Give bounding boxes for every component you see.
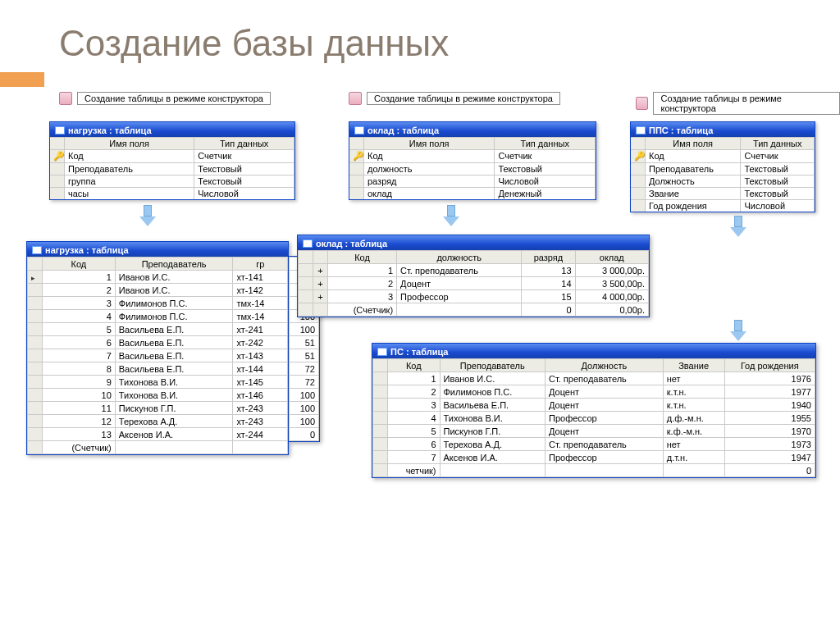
table-icon bbox=[636, 126, 646, 134]
link-label: Создание таблицы в режиме конструктора bbox=[77, 92, 271, 105]
col-field: Имя поля bbox=[646, 138, 741, 149]
design-nagruzka[interactable]: нагрузка : таблица Имя поляТип данных 🔑К… bbox=[49, 121, 295, 200]
table-row[interactable]: +3Профессор154 000,00р. bbox=[299, 290, 649, 303]
col-kod[interactable]: Код bbox=[328, 251, 397, 264]
access-icon bbox=[349, 92, 362, 105]
table-row[interactable]: 3Филимонов П.С.тмх-14 bbox=[28, 297, 288, 310]
window-titlebar[interactable]: нагрузка : таблица bbox=[50, 122, 294, 137]
datasheet-pps[interactable]: ПС : таблица Код Преподаватель Должность… bbox=[372, 343, 816, 478]
field-row[interactable]: окладДенежный bbox=[349, 187, 596, 199]
data-grid[interactable]: Код должность разряд оклад +1Ст. препода… bbox=[298, 250, 649, 317]
table-row[interactable]: 11Пискунов Г.П.хт-243 bbox=[28, 402, 288, 415]
col-position[interactable]: Должность bbox=[545, 359, 663, 372]
access-icon bbox=[636, 97, 648, 110]
create-table-link-1[interactable]: Создание таблицы в режиме конструктора bbox=[59, 92, 271, 105]
link-label: Создание таблицы в режиме конструктора bbox=[367, 92, 560, 105]
field-row[interactable]: ПреподавательТекстовый bbox=[50, 162, 294, 175]
window-title: нагрузка : таблица bbox=[45, 245, 129, 255]
design-oklad[interactable]: оклад : таблица Имя поляТип данных 🔑КодС… bbox=[349, 121, 596, 200]
field-row[interactable]: 🔑КодСчетчик bbox=[50, 149, 294, 162]
table-row[interactable]: 6Терехова А.Д.Ст. преподавательнет1973 bbox=[373, 438, 815, 451]
window-title: ПС : таблица bbox=[390, 347, 448, 357]
data-grid[interactable]: Код Преподаватель гр 1Иванов И.С.хт-1412… bbox=[27, 257, 288, 454]
field-row[interactable]: ДолжностьТекстовый bbox=[631, 175, 815, 187]
field-row[interactable]: 🔑КодСчетчик bbox=[631, 149, 815, 162]
table-icon bbox=[354, 126, 364, 134]
datasheet-oklad[interactable]: оклад : таблица Код должность разряд окл… bbox=[297, 235, 650, 317]
col-type: Тип данных bbox=[741, 138, 815, 149]
field-row[interactable]: группаТекстовый bbox=[50, 175, 294, 187]
col-field: Имя поля bbox=[65, 138, 194, 149]
col-rank[interactable]: разряд bbox=[522, 251, 575, 264]
table-icon bbox=[377, 348, 387, 356]
table-row[interactable]: 7Васильева Е.П.хт-143 bbox=[28, 349, 288, 362]
table-row[interactable]: 1Иванов И.С.хт-141 bbox=[28, 271, 288, 284]
link-label: Создание таблицы в режиме конструктора bbox=[653, 92, 840, 115]
table-row[interactable]: 13Аксенов И.А.хт-244 bbox=[28, 428, 288, 441]
window-titlebar[interactable]: ППС : таблица bbox=[631, 122, 815, 137]
window-title: ППС : таблица bbox=[649, 125, 713, 135]
table-row[interactable]: 5Васильева Е.П.хт-241 bbox=[28, 323, 288, 336]
col-type: Тип данных bbox=[495, 138, 596, 149]
table-row[interactable]: 4Филимонов П.С.тмх-14 bbox=[28, 310, 288, 323]
table-row[interactable]: 2Филимонов П.С.Доцентк.т.н.1977 bbox=[373, 385, 815, 399]
design-pps[interactable]: ППС : таблица Имя поляТип данных 🔑КодСче… bbox=[630, 121, 815, 212]
create-table-link-2[interactable]: Создание таблицы в режиме конструктора bbox=[349, 92, 560, 105]
window-titlebar[interactable]: оклад : таблица bbox=[298, 235, 649, 250]
accent-bar bbox=[0, 72, 44, 87]
col-group[interactable]: гр bbox=[233, 258, 288, 271]
slide-title: Создание базы данных bbox=[59, 23, 449, 64]
window-titlebar[interactable]: оклад : таблица bbox=[349, 122, 596, 137]
window-title: нагрузка : таблица bbox=[68, 125, 152, 135]
field-row[interactable]: разрядЧисловой bbox=[349, 175, 596, 187]
table-icon bbox=[55, 126, 65, 134]
arrow-down-icon bbox=[443, 205, 459, 228]
data-grid[interactable]: Код Преподаватель Должность Звание Год р… bbox=[372, 358, 815, 477]
field-row[interactable]: ПреподавательТекстовый bbox=[631, 162, 815, 175]
new-row[interactable]: (Счетчик)00,00р. bbox=[299, 303, 649, 317]
col-position[interactable]: должность bbox=[397, 251, 522, 264]
col-salary[interactable]: оклад bbox=[575, 251, 648, 264]
create-table-link-3[interactable]: Создание таблицы в режиме конструктора bbox=[636, 92, 840, 115]
table-row[interactable]: 1Иванов И.С.Ст. преподавательнет1976 bbox=[373, 372, 815, 385]
table-row[interactable]: 10Тихонова В.И.хт-146 bbox=[28, 389, 288, 402]
col-field: Имя поля bbox=[364, 138, 495, 149]
table-row[interactable]: 5Пискунов Г.П.Доцентк.ф.-м.н.1970 bbox=[373, 425, 815, 438]
datasheet-nagruzka[interactable]: нагрузка : таблица Код Преподаватель гр … bbox=[26, 241, 289, 455]
window-titlebar[interactable]: нагрузка : таблица bbox=[27, 242, 288, 257]
field-row[interactable]: 🔑КодСчетчик bbox=[349, 149, 596, 162]
window-titlebar[interactable]: ПС : таблица bbox=[372, 344, 815, 358]
new-row[interactable]: (Счетчик) bbox=[28, 441, 288, 454]
table-row[interactable]: 4Тихонова В.И.Профессорд.ф.-м.н.1955 bbox=[373, 412, 815, 425]
field-row[interactable]: ЗваниеТекстовый bbox=[631, 187, 815, 199]
col-prepod[interactable]: Преподаватель bbox=[115, 258, 233, 271]
col-year[interactable]: Год рождения bbox=[724, 359, 815, 372]
table-row[interactable]: +2Доцент143 500,00р. bbox=[299, 277, 649, 290]
window-title: оклад : таблица bbox=[316, 239, 387, 248]
field-row[interactable]: часыЧисловой bbox=[50, 187, 294, 199]
arrow-down-icon bbox=[139, 205, 156, 228]
table-row[interactable]: 6Васильева Е.П.хт-242 bbox=[28, 336, 288, 349]
access-icon bbox=[59, 92, 72, 105]
new-row[interactable]: четчик)0 bbox=[373, 464, 815, 477]
arrow-down-icon bbox=[730, 320, 746, 343]
field-row[interactable]: Год рожденияЧисловой bbox=[631, 199, 815, 212]
table-icon bbox=[303, 239, 313, 248]
table-row[interactable]: 9Тихонова В.И.хт-145 bbox=[28, 376, 288, 389]
field-row[interactable]: должностьТекстовый bbox=[349, 162, 596, 175]
table-row[interactable]: 2Иванов И.С.хт-142 bbox=[28, 284, 288, 297]
col-kod[interactable]: Код bbox=[388, 359, 441, 372]
col-kod[interactable]: Код bbox=[43, 258, 116, 271]
col-prepod[interactable]: Преподаватель bbox=[440, 359, 545, 372]
table-icon bbox=[32, 246, 42, 254]
arrow-down-icon bbox=[730, 216, 746, 239]
col-type: Тип данных bbox=[194, 138, 294, 149]
table-row[interactable]: 12Терехова А.Д.хт-243 bbox=[28, 415, 288, 428]
table-row[interactable]: +1Ст. преподаватель133 000,00р. bbox=[299, 264, 649, 277]
col-title[interactable]: Звание bbox=[663, 359, 724, 372]
table-row[interactable]: 8Васильева Е.П.хт-144 bbox=[28, 362, 288, 376]
window-title: оклад : таблица bbox=[368, 125, 439, 135]
table-row[interactable]: 7Аксенов И.А.Профессорд.т.н.1947 bbox=[373, 451, 815, 464]
table-row[interactable]: 3Васильева Е.П.Доцентк.т.н.1940 bbox=[373, 399, 815, 412]
